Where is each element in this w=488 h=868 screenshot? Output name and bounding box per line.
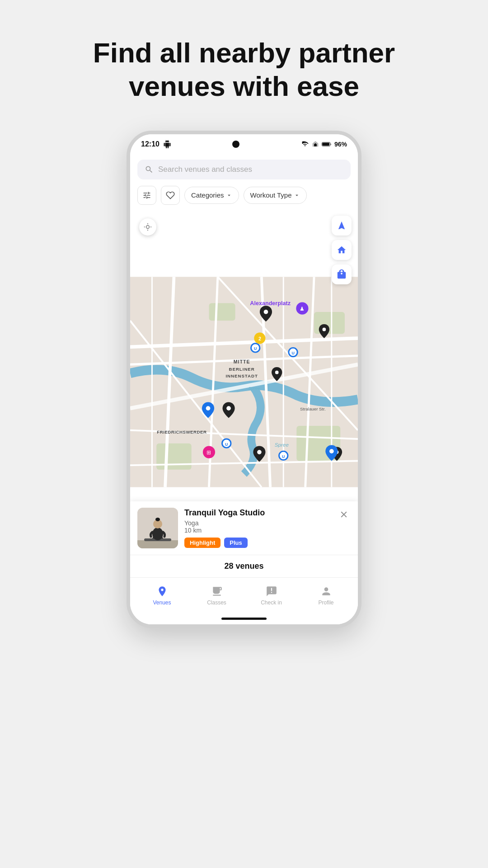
status-icons: 96% bbox=[301, 141, 347, 148]
checkin-nav-label: Check in bbox=[261, 599, 282, 606]
phone-frame: 12:10 96% Search venues and classes bbox=[127, 131, 361, 628]
app-content: Search venues and classes Categories Wor… bbox=[130, 154, 358, 624]
signal-icon bbox=[312, 141, 319, 147]
svg-rect-3 bbox=[209, 303, 235, 321]
svg-rect-6 bbox=[156, 443, 192, 469]
venue-type: Yoga bbox=[184, 519, 331, 527]
android-icon bbox=[163, 140, 171, 148]
svg-point-35 bbox=[257, 450, 262, 454]
svg-text:Spree: Spree bbox=[275, 442, 289, 448]
navigate-arrow-icon bbox=[337, 221, 347, 231]
svg-text:⊞: ⊞ bbox=[206, 449, 211, 455]
svg-text:U: U bbox=[225, 442, 228, 446]
checkin-icon bbox=[266, 585, 277, 597]
close-icon bbox=[339, 509, 349, 519]
wifi-icon bbox=[301, 141, 309, 147]
briefcase-icon bbox=[337, 269, 347, 279]
svg-rect-4 bbox=[314, 312, 345, 334]
svg-text:FRIEDRICHSWERDER: FRIEDRICHSWERDER bbox=[157, 429, 206, 434]
filter-bar: Categories Workout Type bbox=[130, 183, 358, 209]
svg-text:Stralauer Str.: Stralauer Str. bbox=[300, 406, 326, 411]
yoga-image bbox=[137, 508, 178, 548]
highlight-tag: Highlight bbox=[184, 538, 221, 548]
venues-count-bar: 28 venues bbox=[130, 555, 358, 577]
map-controls bbox=[332, 216, 352, 284]
svg-point-59 bbox=[155, 518, 160, 521]
map-area: U U U U U bbox=[130, 209, 358, 555]
svg-point-38 bbox=[329, 449, 334, 453]
nav-venues[interactable]: Venues bbox=[146, 585, 178, 606]
profile-nav-icon bbox=[320, 585, 333, 598]
battery-icon bbox=[322, 141, 332, 147]
search-placeholder: Search venues and classes bbox=[158, 165, 252, 174]
venues-nav-label: Venues bbox=[153, 599, 171, 606]
person-icon bbox=[320, 585, 332, 597]
navigate-button[interactable] bbox=[332, 216, 352, 236]
venue-tags: Highlight Plus bbox=[184, 538, 331, 548]
home-indicator bbox=[130, 613, 358, 624]
bottom-nav: Venues Classes Check in bbox=[130, 577, 358, 613]
close-venue-card-button[interactable] bbox=[337, 508, 351, 521]
camera-notch bbox=[232, 141, 239, 148]
home-bar bbox=[221, 618, 267, 620]
workout-type-filter[interactable]: Workout Type bbox=[244, 187, 307, 204]
chevron-down-icon bbox=[226, 192, 232, 198]
classes-nav-label: Classes bbox=[207, 599, 226, 606]
svg-point-32 bbox=[322, 328, 326, 331]
location-icon bbox=[143, 222, 152, 231]
nav-classes[interactable]: Classes bbox=[201, 585, 233, 606]
svg-text:U: U bbox=[282, 454, 285, 458]
svg-text:Spree: Spree bbox=[249, 386, 260, 391]
classes-nav-icon bbox=[211, 585, 223, 598]
svg-text:U: U bbox=[291, 351, 294, 355]
map-pin-nav-icon bbox=[156, 585, 168, 597]
filter-sliders-button[interactable] bbox=[137, 186, 156, 205]
classes-icon bbox=[211, 585, 223, 597]
svg-rect-1 bbox=[322, 143, 329, 146]
svg-point-34 bbox=[226, 406, 231, 410]
svg-point-37 bbox=[206, 406, 211, 410]
svg-point-33 bbox=[275, 371, 279, 374]
home-map-icon bbox=[337, 245, 347, 255]
svg-text:♟: ♟ bbox=[300, 306, 305, 311]
svg-text:INNENSTADT: INNENSTADT bbox=[225, 373, 258, 378]
heart-icon bbox=[166, 191, 175, 200]
venue-card: Tranquil Yoga Studio Yoga 10 km Highligh… bbox=[130, 501, 358, 555]
search-bar[interactable]: Search venues and classes bbox=[137, 160, 351, 179]
svg-point-53 bbox=[146, 225, 150, 228]
favorites-button[interactable] bbox=[161, 186, 180, 205]
user-location-pin[interactable] bbox=[139, 218, 156, 236]
svg-text:BERLINER: BERLINER bbox=[229, 367, 255, 372]
work-location-button[interactable] bbox=[332, 264, 352, 284]
svg-text:MITTE: MITTE bbox=[234, 359, 250, 364]
status-bar: 12:10 96% bbox=[130, 134, 358, 154]
svg-text:Alexanderplatz: Alexanderplatz bbox=[250, 300, 291, 307]
profile-nav-label: Profile bbox=[318, 599, 333, 606]
venues-count: 28 venues bbox=[224, 561, 263, 571]
chevron-down-icon-2 bbox=[294, 192, 300, 198]
nav-checkin[interactable]: Check in bbox=[256, 585, 287, 606]
svg-text:2: 2 bbox=[258, 336, 261, 341]
sliders-icon bbox=[142, 191, 151, 200]
nav-profile[interactable]: Profile bbox=[310, 585, 342, 606]
svg-point-31 bbox=[264, 310, 268, 314]
venues-nav-icon bbox=[156, 585, 169, 598]
venue-name: Tranquil Yoga Studio bbox=[184, 508, 331, 518]
venue-info: Tranquil Yoga Studio Yoga 10 km Highligh… bbox=[184, 508, 331, 548]
search-icon bbox=[145, 165, 154, 174]
checkin-nav-icon bbox=[265, 585, 278, 598]
page-headline: Find all nearby partner venues with ease bbox=[93, 36, 395, 104]
venue-thumbnail bbox=[137, 508, 178, 548]
home-location-button[interactable] bbox=[332, 240, 352, 260]
venue-distance: 10 km bbox=[184, 527, 331, 534]
search-bar-wrap: Search venues and classes bbox=[130, 154, 358, 183]
categories-filter[interactable]: Categories bbox=[184, 187, 239, 204]
plus-tag: Plus bbox=[224, 538, 247, 548]
svg-rect-55 bbox=[137, 540, 178, 548]
status-time: 12:10 bbox=[141, 140, 171, 148]
svg-text:U: U bbox=[254, 346, 257, 351]
